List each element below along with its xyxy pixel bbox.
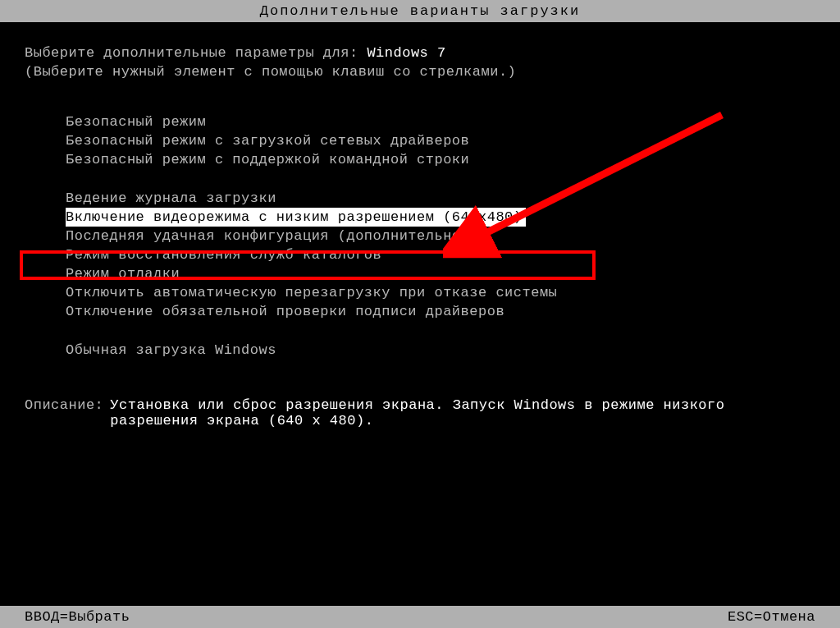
description-block: Описание: Установка или сброс разрешения… [25,397,815,429]
content-area: Выберите дополнительные параметры для: W… [0,22,840,429]
description-label: Описание: [25,397,103,429]
menu-item-ds-restore[interactable]: Режим восстановления служб каталогов [66,245,815,264]
menu-item-debug-mode[interactable]: Режим отладки [66,264,815,283]
footer-cancel-hint: ESC=Отмена [728,609,815,625]
title-text: Дополнительные варианты загрузки [260,3,580,19]
menu-item-disable-driver-sig[interactable]: Отключение обязательной проверки подписи… [66,302,815,321]
title-bar: Дополнительные варианты загрузки [0,0,840,22]
hint-line: (Выберите нужный элемент с помощью клави… [25,64,815,80]
prompt-line: Выберите дополнительные параметры для: W… [25,45,815,61]
menu-item-last-known-good[interactable]: Последняя удачная конфигурация (дополнит… [66,227,815,245]
description-text: Установка или сброс разрешения экрана. З… [103,397,815,429]
menu-item-boot-logging[interactable]: Ведение журнала загрузки [66,189,815,208]
boot-menu[interactable]: Безопасный режим Безопасный режим с загр… [25,112,815,360]
footer-bar: ВВОД=Выбрать ESC=Отмена [0,606,840,628]
menu-item-disable-auto-restart[interactable]: Отключить автоматическую перезагрузку пр… [66,283,815,302]
menu-item-safe-mode-cmd[interactable]: Безопасный режим с поддержкой командной … [66,150,815,169]
menu-item-safe-mode-networking[interactable]: Безопасный режим с загрузкой сетевых дра… [66,131,815,150]
os-name: Windows 7 [367,45,445,61]
menu-item-normal-boot[interactable]: Обычная загрузка Windows [66,341,815,360]
menu-gap [66,169,815,189]
footer-select-hint: ВВОД=Выбрать [25,609,130,625]
menu-item-low-res-video[interactable]: Включение видеорежима с низким разрешени… [66,208,526,227]
menu-item-safe-mode[interactable]: Безопасный режим [66,112,815,131]
menu-gap-2 [66,321,815,341]
prompt-prefix: Выберите дополнительные параметры для: [25,45,367,61]
